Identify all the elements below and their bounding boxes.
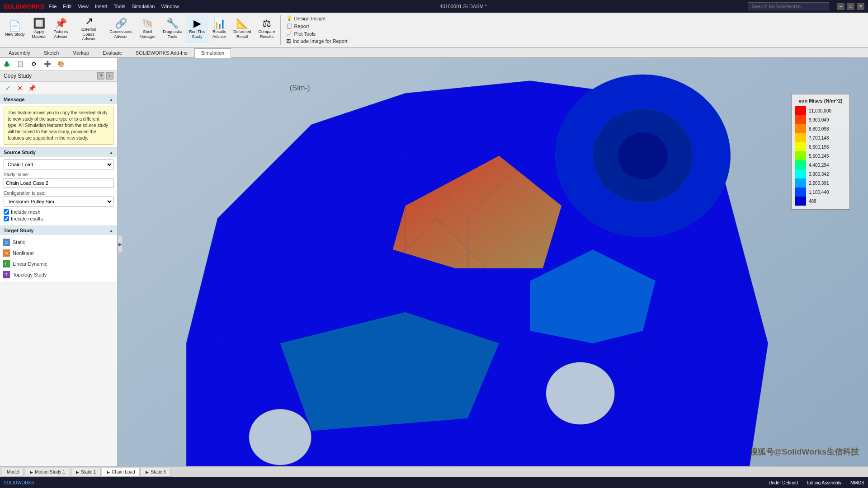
study-name-row: Study name:	[4, 172, 113, 188]
fixtures-label: FixturesAdvisor	[54, 29, 68, 39]
compare-results-button[interactable]: ⚖ CompareResults	[255, 14, 278, 43]
btab-static3[interactable]: ▶ Static 3	[141, 468, 170, 477]
swatch-8	[795, 178, 806, 188]
colorbar-value-10: 488	[809, 199, 816, 204]
tab-simulation[interactable]: Simulation	[194, 48, 231, 58]
restore-button[interactable]: □	[847, 3, 854, 10]
new-study-icon: 📄	[9, 20, 21, 32]
status-bar: SOLIDWORKS Under Defined Editing Assembl…	[0, 477, 868, 488]
target-static[interactable]: S Static	[0, 237, 117, 248]
study-name-input[interactable]	[4, 178, 113, 188]
results-advisor-button[interactable]: 📊 ResultsAdvisor	[209, 14, 229, 43]
target-study-collapse-icon: ▲	[109, 228, 113, 233]
static-icon: S	[3, 239, 10, 246]
include-results-checkbox[interactable]	[4, 216, 9, 221]
include-image-button[interactable]: 🖼 Include Image for Report	[286, 38, 348, 44]
tab-evaluate[interactable]: Evaluate	[96, 48, 129, 57]
connections-button[interactable]: 🔗 ConnectionsAdvisor	[107, 14, 136, 43]
deformed-result-button[interactable]: 📐 DeformedResult	[230, 14, 255, 43]
btab-model[interactable]: Model	[2, 468, 24, 477]
pin-button[interactable]: 📌	[27, 84, 36, 93]
source-study-header[interactable]: Source Study ▲	[0, 148, 117, 157]
source-study-section: Source Study ▲ Chain Load Static 1 Stati…	[0, 148, 117, 226]
shell-manager-button[interactable]: 🐚 ShellManager	[137, 14, 159, 43]
tab-bar: Assembly Sketch Markup Evaluate SOLIDWOR…	[0, 48, 868, 58]
plot-tools-label: Plot Tools	[294, 31, 316, 37]
close-button[interactable]: ✕	[857, 3, 864, 10]
feature-tree-icon[interactable]: 🌲	[2, 59, 12, 69]
property-manager-icon[interactable]: 📋	[15, 59, 25, 69]
app-logo: SOLIDWORKS	[4, 3, 44, 10]
target-study-body: S Static N Nonlinear L Linear Dynamic T …	[0, 235, 117, 282]
external-loads-label: External LoadsAdvisor	[75, 27, 103, 42]
minimize-button[interactable]: ─	[837, 3, 844, 10]
btab-chain-load[interactable]: ▶ Chain Load	[102, 468, 140, 477]
model-canvas[interactable]: (Sim-) von Mises (N/m^2) 11,000,000 9,90…	[118, 58, 868, 466]
menu-insert[interactable]: Insert	[95, 4, 108, 9]
design-insight-button[interactable]: 💡 Design Insight	[286, 15, 348, 21]
design-insight-icon: 💡	[286, 15, 292, 21]
btab-chain-label: Chain Load	[112, 469, 135, 474]
dim-expert-icon[interactable]: ➕	[42, 59, 52, 69]
include-mesh-checkbox[interactable]	[4, 209, 9, 215]
colorbar-row-7: 3,300,342	[795, 169, 846, 178]
appearance-icon[interactable]: 🎨	[56, 59, 66, 69]
plot-tools-button[interactable]: 📈 Plot Tools	[286, 31, 348, 37]
compare-icon: ⚖	[262, 18, 271, 29]
swatch-6	[795, 160, 806, 169]
target-linear-dynamic[interactable]: L Linear Dynamic	[0, 258, 117, 269]
panel-expand-arrow[interactable]: ▶	[118, 235, 123, 253]
apply-material-button[interactable]: 🔲 ApplyMaterial	[29, 14, 50, 43]
btab-motion-icon: ▶	[30, 470, 33, 474]
colorbar-row-10: 488	[795, 197, 846, 206]
run-study-button[interactable]: ▶ Run ThisStudy	[186, 14, 208, 43]
cancel-button[interactable]: ✕	[15, 84, 24, 93]
copy-study-panel: Copy Study ? i ✓ ✕ 📌 Message ▲ This	[0, 70, 117, 466]
plot-tools-icon: 📈	[286, 31, 292, 37]
report-button[interactable]: 📋 Report	[286, 23, 348, 29]
message-section-header[interactable]: Message ▲	[0, 95, 117, 104]
target-nonlinear[interactable]: N Nonlinear	[0, 248, 117, 258]
btab-static1[interactable]: ▶ Static 1	[71, 468, 101, 477]
help-icon[interactable]: ?	[97, 72, 104, 80]
target-topology[interactable]: T Topology Study	[0, 269, 117, 280]
search-input[interactable]	[748, 2, 829, 10]
tab-markup[interactable]: Markup	[66, 48, 96, 57]
results-icon: 📊	[213, 18, 226, 29]
tab-assembly[interactable]: Assembly	[2, 48, 37, 57]
source-study-body: Chain Load Static 1 Static 3 Motion Stud…	[0, 157, 117, 225]
diagnostic-label: DiagnosticTools	[163, 29, 182, 39]
external-loads-button[interactable]: ↗ External LoadsAdvisor	[72, 14, 106, 43]
diagnostic-tools-button[interactable]: 🔧 DiagnosticTools	[160, 14, 185, 43]
report-icon: 📋	[286, 23, 292, 29]
swatch-9	[795, 188, 806, 197]
source-study-title: Source Study	[4, 150, 36, 155]
apply-material-icon: 🔲	[33, 18, 45, 29]
menu-window[interactable]: Window	[161, 4, 179, 9]
linear-dynamic-label: Linear Dynamic	[13, 261, 47, 267]
menu-file[interactable]: File	[49, 4, 57, 9]
menu-view[interactable]: View	[78, 4, 89, 9]
colorbar-value-3: 7,700,148	[809, 136, 829, 141]
menu-tools[interactable]: Tools	[113, 4, 125, 9]
tab-sketch[interactable]: Sketch	[37, 48, 66, 57]
report-label: Report	[294, 23, 309, 29]
ok-button[interactable]: ✓	[4, 84, 13, 93]
target-study-title: Target Study	[4, 228, 33, 233]
colorbar-row-2: 8,800,098	[795, 124, 846, 133]
fixtures-advisor-button[interactable]: 📌 FixturesAdvisor	[51, 14, 71, 43]
tab-addins[interactable]: SOLIDWORKS Add-Ins	[129, 48, 194, 57]
source-study-select[interactable]: Chain Load Static 1 Static 3 Motion Stud…	[4, 160, 113, 169]
target-study-header[interactable]: Target Study ▲	[0, 226, 117, 235]
deformed-label: DeformedResult	[233, 29, 251, 39]
menu-edit[interactable]: Edit	[63, 4, 71, 9]
status-right: Under Defined Editing Assembly MMGS	[769, 480, 864, 485]
info-icon[interactable]: i	[106, 72, 113, 80]
colorbar-value-0: 11,000,000	[809, 108, 831, 113]
menu-simulation[interactable]: Simulation	[132, 4, 155, 9]
btab-motion-study[interactable]: ▶ Motion Study 1	[25, 468, 70, 477]
window-title: 40103001.SLDASM *	[184, 4, 743, 9]
new-study-button[interactable]: 📄 New Study	[2, 14, 28, 43]
config-select[interactable]: Tensioner Pulley Sim Default	[4, 197, 113, 206]
config-manager-icon[interactable]: ⚙	[29, 59, 39, 69]
